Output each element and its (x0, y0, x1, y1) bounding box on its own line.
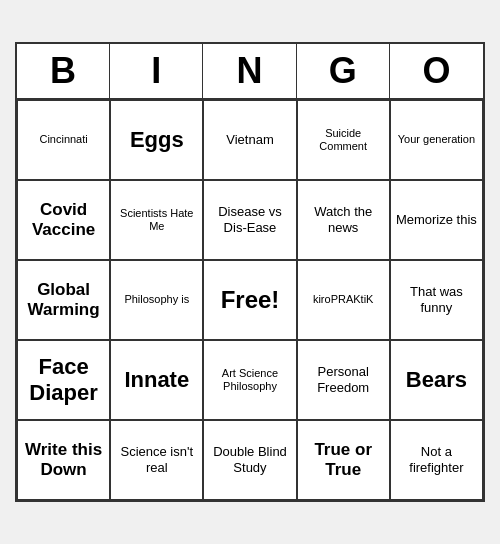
bingo-cell-13[interactable]: kiroPRAKtiK (297, 260, 390, 340)
bingo-letter-n: N (203, 44, 296, 98)
bingo-letter-g: G (297, 44, 390, 98)
bingo-letter-o: O (390, 44, 483, 98)
bingo-cell-24[interactable]: Not a firefighter (390, 420, 483, 500)
bingo-cell-15[interactable]: Face Diaper (17, 340, 110, 420)
bingo-cell-19[interactable]: Bears (390, 340, 483, 420)
bingo-cell-5[interactable]: Covid Vaccine (17, 180, 110, 260)
bingo-cell-8[interactable]: Watch the news (297, 180, 390, 260)
bingo-cell-23[interactable]: True or True (297, 420, 390, 500)
bingo-cell-3[interactable]: Suicide Comment (297, 100, 390, 180)
bingo-cell-20[interactable]: Write this Down (17, 420, 110, 500)
bingo-cell-11[interactable]: Philosophy is (110, 260, 203, 340)
bingo-cell-21[interactable]: Science isn't real (110, 420, 203, 500)
bingo-grid: CincinnatiEggsVietnamSuicide CommentYour… (17, 100, 483, 500)
bingo-cell-6[interactable]: Scientists Hate Me (110, 180, 203, 260)
bingo-cell-0[interactable]: Cincinnati (17, 100, 110, 180)
bingo-cell-2[interactable]: Vietnam (203, 100, 296, 180)
bingo-cell-1[interactable]: Eggs (110, 100, 203, 180)
bingo-letter-i: I (110, 44, 203, 98)
bingo-cell-17[interactable]: Art Science Philosophy (203, 340, 296, 420)
bingo-header: BINGO (17, 44, 483, 100)
bingo-cell-4[interactable]: Your generation (390, 100, 483, 180)
bingo-cell-9[interactable]: Memorize this (390, 180, 483, 260)
bingo-cell-12[interactable]: Free! (203, 260, 296, 340)
bingo-letter-b: B (17, 44, 110, 98)
bingo-cell-10[interactable]: Global Warming (17, 260, 110, 340)
bingo-cell-16[interactable]: Innate (110, 340, 203, 420)
bingo-cell-18[interactable]: Personal Freedom (297, 340, 390, 420)
bingo-cell-7[interactable]: Disease vs Dis-Ease (203, 180, 296, 260)
bingo-cell-22[interactable]: Double Blind Study (203, 420, 296, 500)
bingo-cell-14[interactable]: That was funny (390, 260, 483, 340)
bingo-card: BINGO CincinnatiEggsVietnamSuicide Comme… (15, 42, 485, 502)
